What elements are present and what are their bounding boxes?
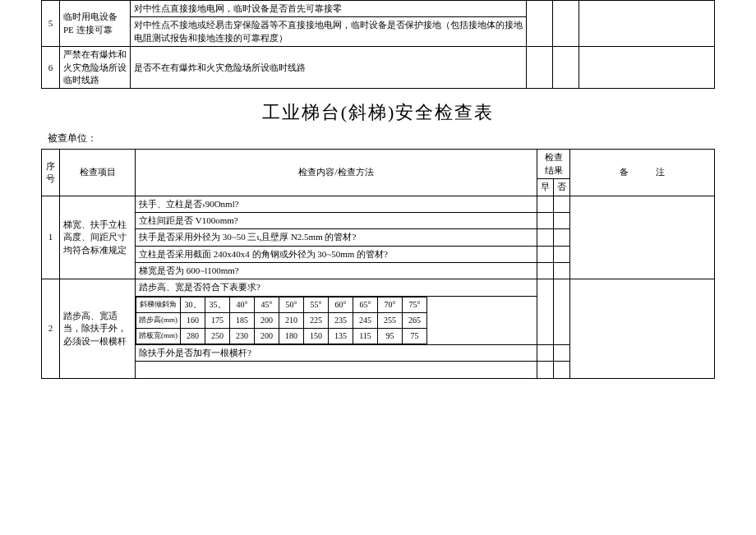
header-no: 否 (554, 179, 570, 196)
note-cell (579, 47, 715, 89)
nested-header: 踏板宽(mm) (136, 328, 181, 344)
nested-cell: 75 (403, 328, 427, 344)
nested-cell: 255 (378, 312, 403, 328)
nested-cell: 225 (304, 312, 329, 328)
main-checklist-table: 序号 检查项目 检查内容/检查方法 检查结果 备 注 早 否 1 梯宽、扶手立柱… (41, 149, 715, 378)
row-content-empty (136, 362, 537, 378)
nested-cell: 265 (403, 312, 427, 328)
nested-cell: 180 (279, 328, 304, 344)
row-content: 扶手是否采用外径为 30~50 三ι,且壁厚 N2.5mm 的管材? (136, 229, 537, 246)
nested-cell: 75° (403, 297, 427, 312)
result-cell (527, 1, 553, 47)
result-cell (537, 246, 554, 262)
result-cell (554, 196, 570, 212)
nested-pre-text: 踏步高、宽是否符合下表要求? (136, 279, 537, 296)
nested-cell: 185 (230, 312, 255, 328)
row-content: 扶手、立柱是否›90Onml? (136, 196, 537, 212)
note-cell (570, 279, 715, 378)
row-seq: 5 (42, 1, 60, 47)
result-cell (553, 47, 579, 89)
row-content: 梯宽是否为 600~l100mm? (136, 263, 537, 279)
nested-cell: 60° (329, 297, 353, 312)
result-cell (537, 196, 554, 212)
result-cell (537, 362, 554, 378)
result-cell (537, 212, 554, 228)
nested-cell: 50° (279, 297, 304, 312)
row-content-nested: 踏步高、宽是否符合下表要求? 斜梯倾斜角 30。 35。 40° 45° 50°… (136, 279, 537, 344)
nested-cell: 210 (279, 312, 304, 328)
nested-cell: 30。 (181, 297, 205, 312)
result-cell (553, 1, 579, 47)
result-cell (554, 279, 570, 344)
nested-cell: 160 (181, 312, 205, 328)
result-cell (554, 229, 570, 246)
nested-cell: 35。 (205, 297, 230, 312)
nested-header: 斜梯倾斜角 (136, 297, 181, 312)
nested-cell: 200 (255, 312, 279, 328)
nested-cell: 40° (230, 297, 255, 312)
nested-cell: 45° (255, 297, 279, 312)
row-content: 立柱间距是否 V100omm? (136, 212, 537, 228)
row-content: 对中性点不接地或经易击穿保险器等不直接接地电网，临时设备是否保护接地（包括接地体… (131, 17, 527, 47)
nested-cell: 280 (181, 328, 205, 344)
nested-cell: 150 (304, 328, 329, 344)
nested-cell: 70° (378, 297, 403, 312)
result-cell (554, 263, 570, 279)
header-seq: 序号 (42, 150, 60, 196)
result-cell (527, 47, 553, 89)
row-item: 梯宽、扶手立柱高度、间距尺寸均符合标准规定 (60, 196, 136, 279)
row-content: 立柱是否采用截面 240x40x4 的角钢或外径为 30~50mm 的管材? (136, 246, 537, 262)
nested-cell: 235 (329, 312, 353, 328)
result-cell (537, 229, 554, 246)
page-title: 工业梯台(斜梯)安全检查表 (41, 100, 715, 125)
row-content: 对中性点直接接地电网，临时设备是否首先可靠接零 (131, 1, 527, 17)
nested-cell: 230 (230, 328, 255, 344)
result-cell (537, 263, 554, 279)
nested-cell: 245 (353, 312, 378, 328)
nested-cell: 200 (255, 328, 279, 344)
header-note: 备 注 (570, 150, 715, 196)
row-content: 是否不在有爆炸和火灾危险场所设临时线路 (131, 47, 527, 89)
nested-cell: 55° (304, 297, 329, 312)
header-content: 检查内容/检查方法 (136, 150, 537, 196)
note-cell (579, 1, 715, 47)
upper-continuation-table: 5 临时用电设备 PE 连接可靠 对中性点直接接地电网，临时设备是否首先可靠接零… (41, 0, 715, 89)
nested-cell: 115 (353, 328, 378, 344)
result-cell (554, 362, 570, 378)
note-cell (570, 196, 715, 279)
nested-cell: 65° (353, 297, 378, 312)
row-seq: 2 (42, 279, 60, 378)
header-item: 检查项目 (60, 150, 136, 196)
result-cell (554, 344, 570, 361)
row-seq: 1 (42, 196, 60, 279)
nested-cell: 250 (205, 328, 230, 344)
row-item: 踏步高、宽适当，除扶手外，必须设一根横杆 (60, 279, 136, 378)
nested-cell: 95 (378, 328, 403, 344)
nested-header: 踏步高(mm) (136, 312, 181, 328)
row-content: 除扶手外是否加有一根横杆? (136, 344, 537, 361)
row-item: 严禁在有爆炸和火灾危险场所设临时线路 (60, 47, 131, 89)
nested-step-table: 斜梯倾斜角 30。 35。 40° 45° 50° 55° 60° 65° 70… (136, 297, 427, 344)
nested-cell: 175 (205, 312, 230, 328)
nested-cell: 135 (329, 328, 353, 344)
header-result: 检查结果 (537, 150, 570, 179)
result-cell (554, 212, 570, 228)
row-item: 临时用电设备 PE 连接可靠 (60, 1, 131, 47)
row-seq: 6 (42, 47, 60, 89)
result-cell (537, 344, 554, 361)
result-cell (537, 279, 554, 344)
unit-label: 被查单位： (48, 131, 715, 145)
header-yes: 早 (537, 179, 554, 196)
result-cell (554, 246, 570, 262)
